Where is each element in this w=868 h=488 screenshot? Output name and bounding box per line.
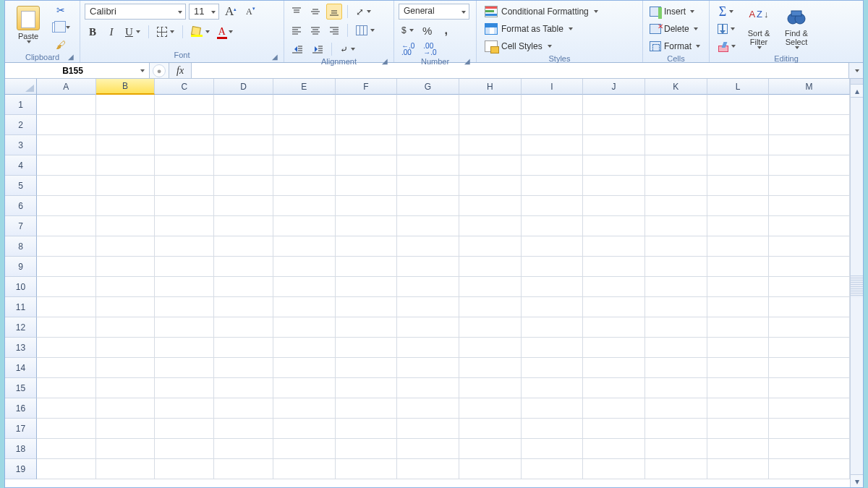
sort-filter-button[interactable]: AZ↓ Sort & Filter [741, 4, 776, 51]
cell[interactable] [769, 378, 850, 398]
cell[interactable] [459, 135, 522, 155]
cell[interactable] [336, 378, 398, 398]
select-all-corner[interactable] [5, 79, 37, 95]
cell[interactable] [459, 459, 522, 479]
cell[interactable] [583, 419, 645, 439]
cell[interactable] [397, 419, 459, 439]
row-header[interactable]: 14 [5, 358, 37, 378]
cell[interactable] [155, 176, 214, 196]
cell[interactable] [459, 419, 522, 439]
cell[interactable] [397, 135, 459, 155]
wrap-text-button[interactable]: ⤶ [337, 41, 358, 57]
cell[interactable] [522, 297, 584, 317]
cell[interactable] [645, 378, 707, 398]
cell[interactable] [522, 378, 584, 398]
cell[interactable] [336, 439, 398, 459]
cell[interactable] [645, 176, 707, 196]
cell[interactable] [459, 378, 522, 398]
cell[interactable] [645, 277, 707, 297]
decrease-decimal-button[interactable]: .00 →.0 [420, 41, 439, 57]
cell[interactable] [214, 358, 273, 378]
cell[interactable] [273, 317, 336, 338]
cell[interactable] [769, 176, 850, 196]
cell[interactable] [37, 277, 96, 297]
cell[interactable] [155, 459, 214, 479]
cell[interactable] [96, 358, 156, 378]
row-header[interactable]: 4 [5, 155, 37, 176]
cell[interactable] [155, 317, 214, 338]
cell[interactable] [459, 115, 522, 135]
cell[interactable] [459, 398, 522, 419]
cell[interactable] [273, 358, 336, 378]
column-header[interactable]: B [96, 79, 156, 95]
cell[interactable] [583, 297, 645, 317]
cell[interactable] [707, 398, 770, 419]
accounting-button[interactable]: $ [399, 22, 417, 38]
name-box-input[interactable] [5, 63, 149, 78]
cell[interactable] [336, 398, 398, 419]
cell[interactable] [645, 196, 707, 216]
cell[interactable] [769, 358, 850, 378]
cell[interactable] [459, 297, 522, 317]
cell[interactable] [645, 115, 707, 135]
cell[interactable] [522, 216, 584, 236]
fill-color-button[interactable] [188, 24, 213, 40]
borders-button[interactable] [154, 24, 177, 40]
cell[interactable] [707, 317, 770, 338]
cell[interactable] [214, 459, 273, 479]
clear-button[interactable] [714, 38, 739, 54]
cell[interactable] [155, 216, 214, 236]
cell[interactable] [397, 338, 459, 358]
cell[interactable] [214, 338, 273, 358]
cell[interactable] [273, 459, 336, 479]
row-header[interactable]: 17 [5, 419, 37, 439]
bold-button[interactable]: B [85, 24, 101, 40]
cell[interactable] [522, 338, 584, 358]
cell[interactable] [336, 257, 398, 277]
cell[interactable] [96, 439, 156, 459]
increase-font-button[interactable]: A▴ [222, 4, 239, 20]
cell[interactable] [522, 277, 584, 297]
cell[interactable] [707, 338, 770, 358]
cell[interactable] [336, 297, 398, 317]
cell[interactable] [37, 155, 96, 176]
cell[interactable] [522, 155, 584, 176]
cell[interactable] [459, 95, 522, 115]
cell[interactable] [155, 277, 214, 297]
cell[interactable] [769, 398, 850, 419]
cell[interactable] [214, 236, 273, 257]
cell[interactable] [522, 115, 584, 135]
cell[interactable] [645, 338, 707, 358]
decrease-indent-button[interactable] [289, 41, 306, 57]
column-header[interactable]: H [459, 79, 522, 95]
cell[interactable] [273, 95, 336, 115]
cell[interactable] [336, 155, 398, 176]
row-header[interactable]: 1 [5, 95, 37, 115]
cell[interactable] [214, 155, 273, 176]
cell[interactable] [769, 155, 850, 176]
column-header[interactable]: I [522, 79, 584, 95]
cell[interactable] [645, 257, 707, 277]
cell[interactable] [645, 236, 707, 257]
cell[interactable] [273, 176, 336, 196]
cell[interactable] [707, 439, 770, 459]
cell[interactable] [214, 378, 273, 398]
percent-button[interactable]: % [420, 22, 435, 38]
font-color-button[interactable]: A [216, 24, 236, 40]
cell[interactable] [769, 216, 850, 236]
decrease-font-button[interactable]: A▾ [242, 4, 258, 20]
cell[interactable] [583, 459, 645, 479]
cell[interactable] [214, 439, 273, 459]
cell[interactable] [37, 358, 96, 378]
cell[interactable] [37, 459, 96, 479]
cell[interactable] [645, 155, 707, 176]
cell[interactable] [707, 419, 770, 439]
cell[interactable] [155, 297, 214, 317]
cell[interactable] [397, 176, 459, 196]
cell[interactable] [769, 277, 850, 297]
cell[interactable] [645, 358, 707, 378]
scroll-track[interactable] [851, 98, 863, 275]
cell[interactable] [645, 419, 707, 439]
expand-formula-bar-button[interactable] [848, 63, 863, 78]
cell[interactable] [214, 398, 273, 419]
